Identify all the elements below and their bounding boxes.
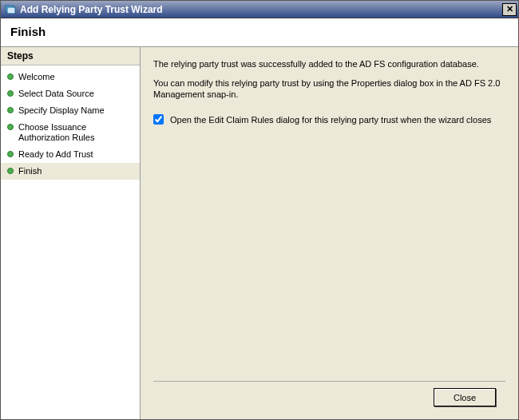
steps-header: Steps [1, 47, 140, 65]
step-bullet-icon [7, 168, 14, 174]
step-item[interactable]: Welcome [1, 69, 140, 85]
status-text-1: The relying party trust was successfully… [153, 58, 505, 69]
step-label: Choose Issuance Authorization Rules [18, 122, 135, 143]
footer: Close [153, 381, 505, 413]
steps-sidebar: Steps WelcomeSelect Data SourceSpecify D… [1, 47, 141, 419]
close-button[interactable]: Close [434, 388, 496, 406]
step-label: Ready to Add Trust [18, 149, 135, 160]
step-bullet-icon [7, 90, 14, 97]
step-bullet-icon [7, 107, 14, 113]
window-title: Add Relying Party Trust Wizard [20, 4, 502, 15]
content-panel: The relying party trust was successfully… [141, 47, 518, 419]
open-claim-rules-label[interactable]: Open the Edit Claim Rules dialog for thi… [170, 114, 491, 125]
step-bullet-icon [7, 73, 14, 80]
svg-rect-1 [7, 7, 15, 14]
step-bullet-icon [7, 124, 14, 130]
open-claim-rules-checkbox[interactable] [153, 114, 164, 125]
wizard-body: Steps WelcomeSelect Data SourceSpecify D… [1, 47, 518, 419]
wizard-header: Finish [1, 18, 518, 47]
step-label: Finish [18, 166, 135, 176]
step-label: Select Data Source [18, 89, 135, 99]
step-item[interactable]: Choose Issuance Authorization Rules [1, 119, 140, 146]
step-label: Welcome [18, 72, 135, 82]
step-bullet-icon [7, 151, 14, 157]
step-item[interactable]: Finish [1, 163, 140, 180]
steps-list: WelcomeSelect Data SourceSpecify Display… [1, 65, 140, 183]
open-claim-rules-row: Open the Edit Claim Rules dialog for thi… [153, 114, 505, 125]
step-item[interactable]: Specify Display Name [1, 102, 140, 119]
window-close-button[interactable]: ✕ [502, 3, 517, 16]
page-title: Finish [10, 25, 509, 38]
step-item[interactable]: Select Data Source [1, 85, 140, 102]
app-icon [4, 3, 17, 16]
step-item[interactable]: Ready to Add Trust [1, 146, 140, 163]
titlebar: Add Relying Party Trust Wizard ✕ [1, 1, 518, 18]
status-text-2: You can modify this relying party trust … [153, 77, 505, 100]
wizard-window: Add Relying Party Trust Wizard ✕ Finish … [0, 0, 519, 420]
step-label: Specify Display Name [18, 105, 135, 116]
